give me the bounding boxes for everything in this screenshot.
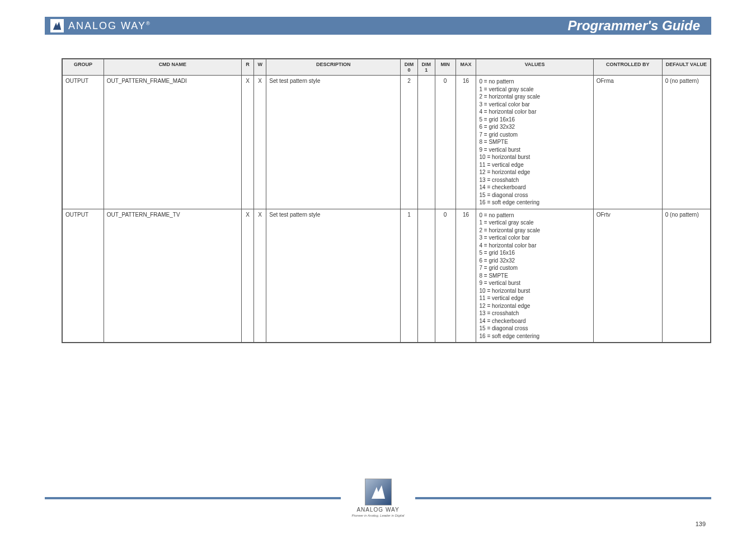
footer-tagline: Pioneer in Analog, Leader in Digital: [352, 514, 405, 517]
col-d0: DIM 0: [401, 59, 418, 76]
value-line: 10 = horizontal burst: [479, 287, 590, 295]
cell-desc: Set test pattern style: [266, 209, 401, 343]
value-line: 8 = SMPTE: [479, 138, 590, 146]
logo-mark-icon: [365, 479, 392, 505]
cell-d0: 2: [401, 76, 418, 209]
cell-values: 0 = no pattern1 = vertical gray scale2 =…: [476, 76, 593, 209]
col-cmd: CMD NAME: [104, 59, 241, 76]
col-dflt: DEFAULT VALUE: [662, 59, 710, 76]
cell-default: 0 (no pattern): [662, 76, 710, 209]
cell-min: 0: [435, 76, 456, 209]
table-header-row: GROUP CMD NAME R W DESCRIPTION DIM 0 DIM…: [63, 59, 711, 76]
footer-brand: ANALOG WAY: [356, 507, 399, 513]
col-r: R: [241, 59, 253, 76]
value-line: 2 = horizontal gray scale: [479, 93, 590, 101]
col-d1: DIM 1: [417, 59, 435, 76]
value-line: 3 = vertical color bar: [479, 101, 590, 109]
value-line: 4 = horizontal color bar: [479, 108, 590, 116]
value-line: 2 = horizontal gray scale: [479, 227, 590, 235]
value-line: 3 = vertical color bar: [479, 234, 590, 242]
page-number: 139: [696, 521, 706, 527]
cell-r: X: [241, 209, 253, 343]
footer-logo: ANALOG WAY Pioneer in Analog, Leader in …: [352, 479, 405, 517]
table-row: OUTPUTOUT_PATTERN_FRAME_MADIXXSet test p…: [63, 76, 711, 209]
cell-cmd: OUT_PATTERN_FRAME_TV: [104, 209, 241, 343]
logo-mark-icon: [50, 19, 64, 32]
cell-group: OUTPUT: [63, 209, 104, 343]
col-vals: VALUES: [476, 59, 593, 76]
value-line: 16 = soft edge centering: [479, 332, 590, 340]
cell-cmd: OUT_PATTERN_FRAME_MADI: [104, 76, 241, 209]
footer: ANALOG WAY Pioneer in Analog, Leader in …: [45, 479, 711, 517]
value-line: 12 = horizontal edge: [479, 302, 590, 310]
value-line: 4 = horizontal color bar: [479, 242, 590, 250]
value-line: 6 = grid 32x32: [479, 123, 590, 131]
cell-d1: [417, 76, 435, 209]
value-line: 1 = vertical gray scale: [479, 86, 590, 93]
cell-group: OUTPUT: [63, 76, 104, 209]
cell-values: 0 = no pattern1 = vertical gray scale2 =…: [476, 209, 593, 343]
value-line: 6 = grid 32x32: [479, 257, 590, 265]
col-ctrl: CONTROLLED BY: [593, 59, 662, 76]
cell-desc: Set test pattern style: [266, 76, 401, 209]
value-line: 0 = no pattern: [479, 212, 590, 219]
value-line: 14 = checkerboard: [479, 184, 590, 191]
page-title: Programmer's Guide: [568, 18, 700, 34]
cell-d1: [417, 209, 435, 343]
value-line: 9 = vertical burst: [479, 279, 590, 287]
value-line: 5 = grid 16x16: [479, 249, 590, 257]
value-line: 13 = crosshatch: [479, 310, 590, 317]
col-max: MAX: [456, 59, 476, 76]
value-line: 11 = vertical edge: [479, 294, 590, 302]
commands-table: GROUP CMD NAME R W DESCRIPTION DIM 0 DIM…: [62, 58, 711, 343]
value-line: 7 = grid custom: [479, 131, 590, 139]
footer-rule-right: [415, 497, 711, 499]
col-w: W: [254, 59, 266, 76]
col-min: MIN: [435, 59, 456, 76]
value-line: 9 = vertical burst: [479, 146, 590, 154]
brand-name: ANALOG WAY®: [68, 20, 151, 32]
header-bar: ANALOG WAY® Programmer's Guide: [45, 17, 711, 35]
cell-min: 0: [435, 209, 456, 343]
cell-controlled-by: OFrma: [593, 76, 662, 209]
cell-max: 16: [456, 209, 476, 343]
cell-w: X: [254, 209, 266, 343]
value-line: 8 = SMPTE: [479, 272, 590, 280]
header-logo: ANALOG WAY®: [50, 19, 151, 32]
cell-controlled-by: OFrtv: [593, 209, 662, 343]
value-line: 1 = vertical gray scale: [479, 219, 590, 227]
cell-max: 16: [456, 76, 476, 209]
value-line: 14 = checkerboard: [479, 317, 590, 325]
value-line: 11 = vertical edge: [479, 161, 590, 169]
value-line: 0 = no pattern: [479, 78, 590, 86]
table-row: OUTPUTOUT_PATTERN_FRAME_TVXXSet test pat…: [63, 209, 711, 343]
value-line: 13 = crosshatch: [479, 176, 590, 184]
cell-r: X: [241, 76, 253, 209]
value-line: 15 = diagonal cross: [479, 325, 590, 332]
col-group: GROUP: [63, 59, 104, 76]
col-desc: DESCRIPTION: [266, 59, 401, 76]
footer-rule-left: [45, 497, 341, 499]
value-line: 16 = soft edge centering: [479, 199, 590, 207]
value-line: 10 = horizontal burst: [479, 153, 590, 161]
cell-w: X: [254, 76, 266, 209]
cell-d0: 1: [401, 209, 418, 343]
value-line: 7 = grid custom: [479, 264, 590, 272]
value-line: 15 = diagonal cross: [479, 191, 590, 199]
value-line: 12 = horizontal edge: [479, 168, 590, 176]
value-line: 5 = grid 16x16: [479, 116, 590, 124]
cell-default: 0 (no pattern): [662, 209, 710, 343]
